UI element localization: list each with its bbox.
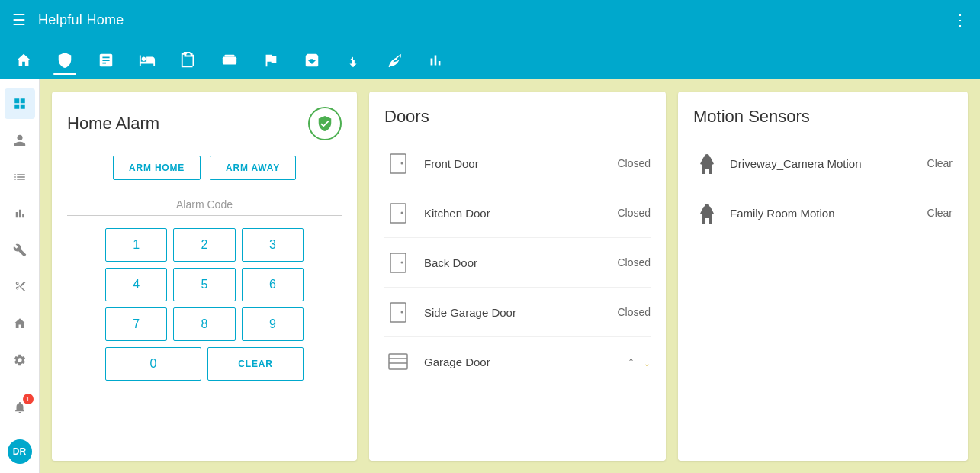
alarm-status-icon xyxy=(308,107,342,140)
nav-shield[interactable] xyxy=(53,47,76,72)
motion-item-driveway: Driveway_Camera Motion Clear xyxy=(693,139,953,188)
arm-away-button[interactable]: ARM AWAY xyxy=(210,156,296,180)
motion-icon-family xyxy=(693,199,721,227)
door-item-kitchen: Kitchen Door Closed xyxy=(384,188,651,238)
key-6[interactable]: 6 xyxy=(242,268,304,301)
notification-badge: 1 xyxy=(23,394,34,404)
sidebar-item-gear[interactable] xyxy=(5,345,35,375)
svg-rect-6 xyxy=(390,253,406,272)
svg-point-7 xyxy=(401,262,403,264)
door-item-side-garage: Side Garage Door Closed xyxy=(384,288,651,337)
door-name-kitchen: Kitchen Door xyxy=(424,207,617,220)
svg-point-3 xyxy=(401,162,403,165)
nav-bed2[interactable] xyxy=(218,47,241,72)
motion-item-family: Family Room Motion Clear xyxy=(693,188,953,237)
motion-title: Motion Sensors xyxy=(693,107,953,127)
sidebar: 1 DR xyxy=(0,79,40,473)
key-5[interactable]: 5 xyxy=(173,268,235,301)
sidebar-item-notification[interactable]: 1 xyxy=(5,392,35,423)
door-icon-back xyxy=(384,249,412,276)
door-item-front: Front Door Closed xyxy=(384,139,651,188)
sidebar-item-wrench[interactable] xyxy=(5,235,35,265)
motion-status-driveway: Clear xyxy=(927,157,953,169)
door-icon-front xyxy=(384,150,412,177)
nav-stats[interactable] xyxy=(95,47,117,72)
svg-rect-8 xyxy=(390,303,406,322)
motion-status-family: Clear xyxy=(927,207,953,219)
key-2[interactable]: 2 xyxy=(173,228,235,262)
alarm-code-section: Alarm Code 1 2 3 4 5 6 7 8 9 0 CLEAR xyxy=(67,198,342,381)
alarm-card: Home Alarm ARM HOME ARM AWAY Alarm Code … xyxy=(52,92,357,461)
svg-rect-0 xyxy=(223,56,236,64)
nav-bedroom[interactable] xyxy=(136,47,159,72)
door-icon-kitchen xyxy=(384,199,412,227)
door-name-back: Back Door xyxy=(424,256,617,269)
keypad-bottom: 0 CLEAR xyxy=(105,347,304,381)
sidebar-item-list[interactable] xyxy=(5,162,35,192)
sidebar-item-chart[interactable] xyxy=(5,198,35,229)
door-status-kitchen: Closed xyxy=(617,207,651,219)
sidebar-item-house[interactable] xyxy=(5,308,35,339)
door-item-back: Back Door Closed xyxy=(384,238,651,288)
topbar: ☰ Helpful Home ⋮ xyxy=(0,0,980,40)
svg-rect-10 xyxy=(389,354,407,369)
door-name-front: Front Door xyxy=(424,157,617,170)
door-icon-garage xyxy=(384,348,412,375)
topbar-left: ☰ Helpful Home xyxy=(12,11,124,29)
svg-rect-4 xyxy=(390,204,406,223)
sidebar-item-scissors[interactable] xyxy=(5,272,35,302)
key-9[interactable]: 9 xyxy=(242,307,304,341)
arm-buttons: ARM HOME ARM AWAY xyxy=(67,156,342,180)
avatar[interactable]: DR xyxy=(8,439,32,464)
svg-rect-2 xyxy=(390,154,406,173)
svg-point-5 xyxy=(401,212,403,214)
door-name-garage: Garage Door xyxy=(424,356,628,368)
clear-button[interactable]: CLEAR xyxy=(207,347,304,381)
doors-title: Doors xyxy=(384,107,651,127)
nav-barchart[interactable] xyxy=(424,47,447,72)
alarm-title: Home Alarm xyxy=(67,114,159,134)
more-icon[interactable]: ⋮ xyxy=(953,11,968,29)
motion-card: Motion Sensors Driveway_Camera Motion Cl… xyxy=(678,92,968,461)
door-status-front: Closed xyxy=(617,157,651,169)
key-7[interactable]: 7 xyxy=(105,307,167,341)
nav-leaf[interactable] xyxy=(383,47,406,72)
nav-tree[interactable] xyxy=(342,47,365,72)
motion-name-family: Family Room Motion xyxy=(730,207,927,220)
garage-close-button[interactable]: ↓ xyxy=(644,354,651,370)
nav-archive[interactable] xyxy=(300,47,323,72)
door-status-side-garage: Closed xyxy=(617,306,651,318)
icon-navbar xyxy=(0,40,980,79)
key-1[interactable]: 1 xyxy=(105,228,167,262)
door-name-side-garage: Side Garage Door xyxy=(424,306,617,319)
motion-icon-driveway xyxy=(693,150,721,177)
svg-point-9 xyxy=(401,311,403,314)
doors-card: Doors Front Door Closed Kitchen Door Clo… xyxy=(369,92,666,461)
garage-door-controls: ↑ ↓ xyxy=(628,354,651,370)
key-3[interactable]: 3 xyxy=(242,228,304,262)
nav-book[interactable] xyxy=(177,47,200,72)
door-icon-side-garage xyxy=(384,298,412,326)
alarm-header: Home Alarm xyxy=(67,107,342,140)
sidebar-item-person[interactable] xyxy=(5,125,35,156)
door-status-back: Closed xyxy=(617,256,651,269)
garage-open-button[interactable]: ↑ xyxy=(628,354,635,370)
main-layout: 1 DR Home Alarm ARM HOME ARM AWAY Alarm … xyxy=(0,79,980,473)
nav-home[interactable] xyxy=(12,47,35,72)
arm-home-button[interactable]: ARM HOME xyxy=(113,156,201,180)
svg-rect-1 xyxy=(225,55,235,57)
door-item-garage: Garage Door ↑ ↓ xyxy=(384,337,651,386)
alarm-code-label: Alarm Code xyxy=(67,198,342,216)
menu-icon[interactable]: ☰ xyxy=(12,11,26,29)
key-8[interactable]: 8 xyxy=(173,307,235,341)
key-4[interactable]: 4 xyxy=(105,268,167,301)
app-title: Helpful Home xyxy=(38,12,124,28)
keypad: 1 2 3 4 5 6 7 8 9 xyxy=(105,228,304,341)
motion-name-driveway: Driveway_Camera Motion xyxy=(730,157,927,170)
sidebar-item-grid[interactable] xyxy=(5,88,35,119)
key-0[interactable]: 0 xyxy=(105,347,201,381)
nav-flag[interactable] xyxy=(259,47,282,72)
content-area: Home Alarm ARM HOME ARM AWAY Alarm Code … xyxy=(40,79,980,473)
